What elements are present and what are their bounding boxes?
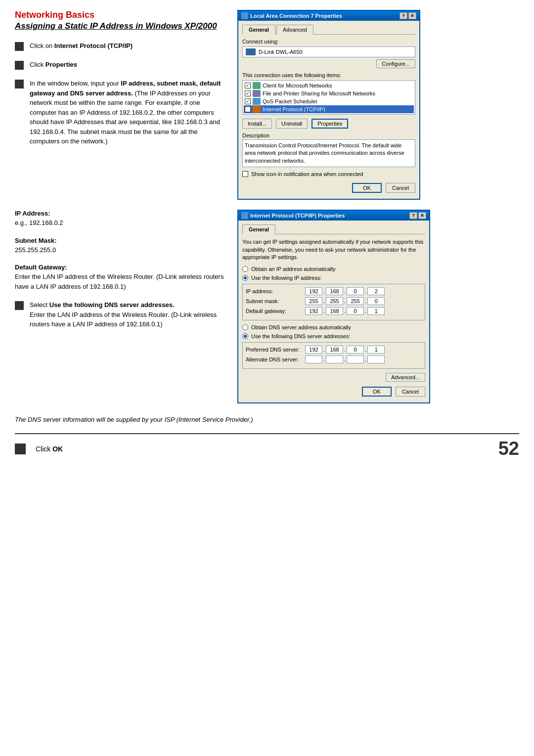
right-column-top: Local Area Connection 7 Properties ? ✕ G… [237,10,519,200]
ok-button-2[interactable]: OK [362,387,392,397]
advanced-button[interactable]: Advanced... [386,373,425,382]
subnet-octet-1[interactable] [305,297,322,305]
radio-use-dns-row: Use the following DNS server addresses: [242,333,425,339]
checkbox-qos[interactable]: ✓ [245,98,251,104]
help-button-2[interactable]: ? [409,212,417,219]
subnet-title: Subnet Mask: [15,237,227,244]
dialog-local-area-connection: Local Area Connection 7 Properties ? ✕ G… [237,10,420,200]
radio-use-ip-row: Use the following IP address: [242,275,425,281]
alt-dns-dot-1: . [323,356,325,363]
install-button[interactable]: Install... [242,119,272,129]
subnet-octet-4[interactable] [367,297,385,305]
radio-auto-dns-row: Obtain DNS server address automatically [242,324,425,330]
radio-auto-ip-row: Obtain an IP address automatically [242,266,425,272]
titlebar-left-2: Internet Protocol (TCP/IP) Properties [241,212,345,219]
dialog-title-1: Local Area Connection 7 Properties [250,13,342,19]
list-item-qos: ✓ QoS Packet Scheduler [244,97,414,105]
left-column-top: Networking Basics Assigning a Static IP … [15,10,227,200]
gateway-octet-4[interactable] [367,307,385,315]
gateway-label: Default gateway: [246,308,305,314]
gateway-dot-2: . [344,307,346,315]
titlebar-buttons-2: ? ✕ [409,212,426,219]
subnet-val: 255.255.255.0 [15,245,227,255]
ip-address-title: IP Address: [15,210,227,217]
ip-octet-1[interactable] [305,287,322,295]
list-item-client: ✓ Client for Microsoft Networks [244,82,414,89]
radio-auto-dns-label: Obtain DNS server address automatically [251,324,351,330]
preferred-dns-octet-3[interactable] [347,346,364,354]
dialog-bottom-buttons-2: OK Cancel [242,385,425,399]
subnet-dot-1: . [323,297,325,305]
checkbox-tcpip[interactable]: ✓ [245,106,251,112]
preferred-dns-dot-1: . [323,346,325,354]
radio-auto-dns[interactable] [242,324,248,330]
cancel-button-2[interactable]: Cancel [396,387,425,397]
close-button-2[interactable]: ✕ [418,212,426,219]
checkbox-show-icon[interactable] [242,171,248,177]
preferred-dns-row: Preferred DNS server: . . . [246,346,422,354]
cancel-button-1[interactable]: Cancel [386,183,415,193]
gateway-octet-2[interactable] [326,307,343,315]
gateway-octet-1[interactable] [305,307,322,315]
dialog-content-1: General Advanced Connect using: D-Link D… [238,21,419,199]
checkbox-fileprint[interactable]: ✓ [245,90,251,96]
properties-button[interactable]: Properties [312,119,348,129]
radio-auto-ip[interactable] [242,266,248,272]
radio-use-ip[interactable] [242,275,248,281]
list-item-tcpip: ✓ Internet Protocol (TCP/IP) [244,105,414,113]
alt-dns-octet-2[interactable] [326,356,343,363]
intro-text: You can get IP settings assigned automat… [242,238,425,261]
alt-dns-octet-3[interactable] [347,356,364,363]
subnet-octet-2[interactable] [326,297,343,305]
configure-button[interactable]: Configure... [376,59,415,68]
radio-use-dns-label: Use the following DNS server addresses: [251,333,351,339]
preferred-dns-octet-4[interactable] [367,346,385,354]
alternate-dns-label: Alternate DNS server: [246,356,305,362]
titlebar-icon-1 [241,12,248,19]
subnet-group: Subnet Mask: 255.255.255.0 [15,237,227,255]
bullet-icon-2 [15,61,24,70]
gateway-input: . . . [305,307,385,315]
page-number: 52 [498,438,519,459]
tab-general-1[interactable]: General [242,25,275,35]
label-qos: QoS Packet Scheduler [263,98,317,104]
alt-dns-octet-1[interactable] [305,356,322,363]
items-list: ✓ Client for Microsoft Networks ✓ File a… [242,80,415,115]
ok-button-1[interactable]: OK [352,183,382,193]
ip-octet-4[interactable] [367,287,385,295]
tab-bar-2: General [242,224,425,234]
subnet-octet-3[interactable] [347,297,364,305]
titlebar-left-1: Local Area Connection 7 Properties [241,12,342,19]
description-box: Transmission Control Protocol/Internet P… [242,139,415,167]
tab-advanced-1[interactable]: Advanced [276,25,313,35]
preferred-dns-dot-2: . [344,346,346,354]
uninstall-button[interactable]: Uninstall [276,119,308,129]
alt-dns-dot-3: . [365,356,366,363]
alternate-dns-input: . . . [305,356,385,363]
tab-general-2[interactable]: General [242,224,275,234]
bullet-text-1: Click on Internet Protocol (TCP/IP) [30,41,133,51]
dialog-titlebar-1: Local Area Connection 7 Properties ? ✕ [238,11,419,21]
checkbox-client[interactable]: ✓ [245,83,251,89]
list-item-4: Select Use the following DNS server addr… [15,300,227,329]
ip-octet-3[interactable] [347,287,364,295]
icon-client [253,82,261,89]
radio-use-dns[interactable] [242,333,248,339]
gateway-text: Enter the LAN IP address of the Wireless… [15,272,227,291]
top-section: Networking Basics Assigning a Static IP … [15,10,519,200]
device-row: D-Link DWL-A650 [242,46,415,57]
close-button-1[interactable]: ✕ [408,12,416,19]
gateway-octet-3[interactable] [347,307,364,315]
alt-dns-octet-4[interactable] [367,356,385,363]
help-button-1[interactable]: ? [400,12,407,19]
icon-fileprint [253,90,261,97]
preferred-dns-dot-3: . [365,346,366,354]
preferred-dns-octet-2[interactable] [326,346,343,354]
bullet-icon-4 [15,301,24,310]
show-icon-row: Show icon in notification area when conn… [242,171,415,177]
bullet-icon-1 [15,42,24,51]
preferred-dns-input: . . . [305,346,385,354]
ip-octet-2[interactable] [326,287,343,295]
preferred-dns-octet-1[interactable] [305,346,322,354]
bullet-text-2: Click Properties [30,60,77,70]
